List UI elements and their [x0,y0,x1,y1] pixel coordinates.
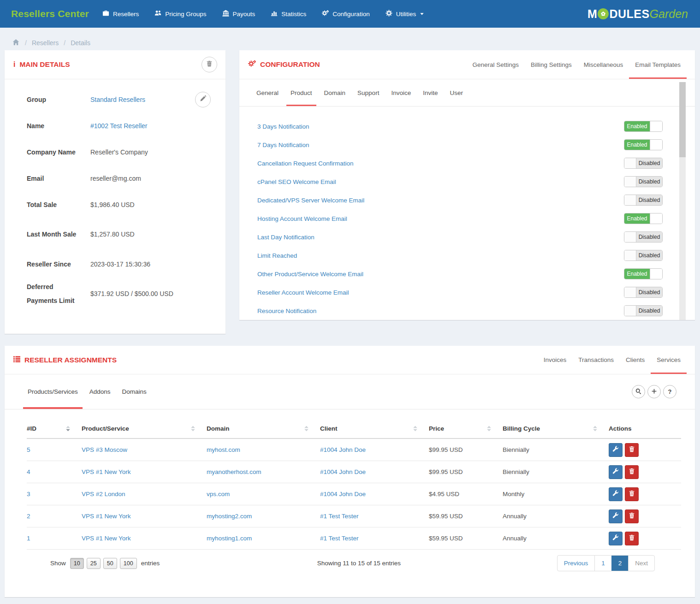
manage-button[interactable] [609,509,623,523]
subtab-general[interactable]: General [252,79,283,106]
toggle-hosting-account-welcome-email[interactable]: Enabled [624,213,663,224]
cell-domain-link[interactable]: myhost.com [207,446,320,453]
email-template-link[interactable]: Last Day Notification [257,234,314,241]
tab-general-settings[interactable]: General Settings [467,50,525,79]
manage-button[interactable] [609,487,623,501]
cell-client-link[interactable]: #1004 John Doe [320,491,429,497]
tab-miscellaneous[interactable]: Miscellaneous [578,50,629,79]
sort-icon[interactable] [304,426,309,432]
toggle-limit-reached[interactable]: Disabled [624,250,663,261]
toggle-last-day-notification[interactable]: Disabled [624,231,663,243]
subtab-invoice[interactable]: Invoice [387,79,415,106]
help-button[interactable]: ? [663,385,676,398]
breadcrumb-resellers[interactable]: Resellers [32,39,59,47]
email-template-link[interactable]: Cancellation Request Confirmation [257,160,354,167]
toggle-7-days-notification[interactable]: Enabled [624,139,663,150]
toggle-cpanel-seo-welcome-email[interactable]: Disabled [624,176,663,187]
manage-button[interactable] [609,465,623,479]
pagination-2[interactable]: 2 [611,556,629,571]
email-template-link[interactable]: cPanel SEO Welcome Email [257,178,336,185]
cell-client-link[interactable]: #1 Test Tester [320,513,429,520]
nav-item-resellers[interactable]: Resellers [95,0,147,28]
cell-domain-link[interactable]: myhosting2.com [207,513,320,520]
tab-invoices[interactable]: Invoices [538,346,573,374]
sort-icon[interactable] [190,426,196,432]
cell-id-link[interactable]: 3 [27,491,82,497]
home-icon[interactable] [12,39,20,47]
delete-button[interactable] [625,532,639,545]
email-template-link[interactable]: Hosting Account Welcome Email [257,215,347,222]
email-template-link[interactable]: Dedicated/VPS Server Welcome Email [257,197,364,204]
cell-id-link[interactable]: 4 [27,468,82,475]
edit-group-button[interactable] [195,92,211,107]
detail-value-link[interactable]: #1002 Test Reseller [90,122,147,130]
cell-client-link[interactable]: #1 Test Tester [320,535,429,542]
toggle-resource-notification[interactable]: Disabled [624,305,663,316]
cell-domain-link[interactable]: myanotherhost.com [207,468,320,475]
toggle-reseller-account-welcome-email[interactable]: Disabled [624,287,663,298]
page-size-100[interactable]: 100 [120,558,137,569]
delete-button[interactable] [625,443,639,457]
cell-product-link[interactable]: VPS #1 New York [82,535,207,542]
cell-product-link[interactable]: VPS #1 New York [82,468,207,475]
delete-button[interactable] [625,509,639,523]
cell-id-link[interactable]: 1 [27,535,82,542]
nav-item-utilities[interactable]: Utilities [378,0,433,28]
tab-services[interactable]: Services [651,346,687,374]
email-template-link[interactable]: Limit Reached [257,252,297,259]
email-template-link[interactable]: Reseller Account Welcome Email [257,289,349,296]
cell-product-link[interactable]: VPS #3 Moscow [82,446,207,453]
email-template-link[interactable]: 3 Days Notification [257,123,309,130]
nav-item-pricing-groups[interactable]: Pricing Groups [147,0,214,28]
subtab-user[interactable]: User [445,79,467,106]
subtab-domains[interactable]: Domains [118,374,151,409]
detail-value-link[interactable]: Standard Resellers [90,96,145,103]
page-size-50[interactable]: 50 [103,558,117,569]
subtab-support[interactable]: Support [353,79,383,106]
email-template-link[interactable]: 7 Days Notification [257,142,309,148]
cell-id-link[interactable]: 2 [27,513,82,520]
delete-reseller-button[interactable] [202,57,217,72]
subtab-invite[interactable]: Invite [419,79,442,106]
nav-item-configuration[interactable]: Configuration [314,0,377,28]
cell-domain-link[interactable]: myhosting1.com [207,535,320,542]
sort-icon[interactable] [413,426,418,432]
toggle-dedicated-vps-server-welcome-email[interactable]: Disabled [624,195,663,206]
sort-icon[interactable] [593,426,598,432]
cell-client-link[interactable]: #1004 John Doe [320,468,429,475]
delete-button[interactable] [625,487,639,501]
sort-icon[interactable] [486,426,492,432]
manage-button[interactable] [609,443,623,457]
cell-product-link[interactable]: VPS #1 New York [82,513,207,520]
tab-clients[interactable]: Clients [620,346,651,374]
cell-id-link[interactable]: 5 [27,446,82,453]
search-button[interactable] [632,385,645,398]
delete-button[interactable] [625,465,639,479]
email-template-link[interactable]: Other Product/Service Welcome Email [257,271,363,278]
toggle-3-days-notification[interactable]: Enabled [624,121,663,132]
sort-icon[interactable] [65,426,71,432]
page-size-25[interactable]: 25 [87,558,101,569]
nav-item-payouts[interactable]: Payouts [214,0,263,28]
pagination-1[interactable]: 1 [594,556,611,571]
manage-button[interactable] [609,532,623,545]
add-button[interactable] [647,385,661,398]
subtab-addons[interactable]: Addons [85,374,115,409]
tab-transactions[interactable]: Transactions [572,346,620,374]
cell-product-link[interactable]: VPS #2 London [82,491,207,497]
nav-item-statistics[interactable]: Statistics [263,0,314,28]
cell-domain-link[interactable]: vps.com [207,491,320,497]
pagination-previous[interactable]: Previous [558,556,595,571]
email-template-link[interactable]: Resource Notification [257,308,316,314]
subtab-product[interactable]: Product [286,79,316,106]
toggle-other-product-service-welcome-email[interactable]: Enabled [624,268,663,279]
page-size-10[interactable]: 10 [70,558,84,569]
configuration-scrollbar-track[interactable] [679,82,686,320]
tab-email-templates[interactable]: Email Templates [629,50,687,79]
breadcrumb-details[interactable]: Details [71,39,90,47]
tab-billing-settings[interactable]: Billing Settings [525,50,578,79]
cell-client-link[interactable]: #1004 John Doe [320,446,429,453]
toggle-cancellation-request-confirmation[interactable]: Disabled [624,158,663,169]
configuration-scrollbar-thumb[interactable] [679,82,686,157]
subtab-products-services[interactable]: Products/Services [23,374,83,409]
